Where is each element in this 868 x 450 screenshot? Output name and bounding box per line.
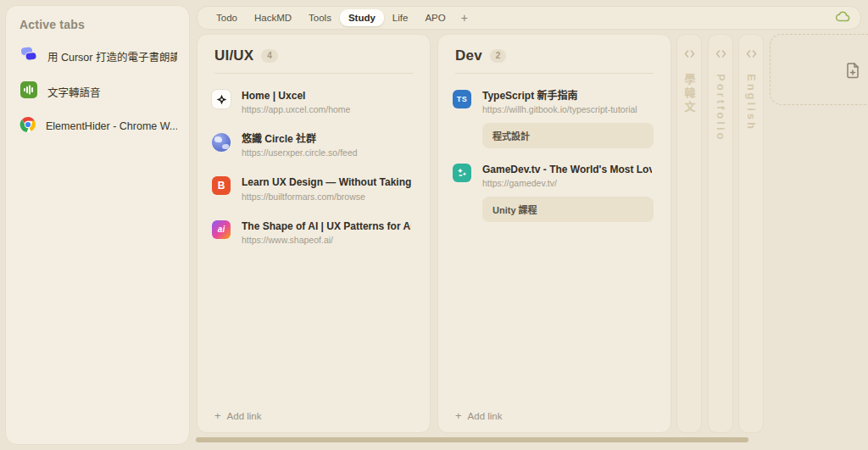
column-count-badge: 2: [490, 49, 507, 63]
column-title: UI/UX: [214, 47, 253, 64]
active-tab-item[interactable]: ElementHider - Chrome W...: [19, 116, 177, 136]
link-tag: 程式設計: [482, 123, 654, 148]
active-tab-item[interactable]: 用 Cursor 打造的電子書朗讀...: [19, 45, 177, 67]
tab-apo[interactable]: APO: [416, 9, 453, 26]
link-title: The Shape of AI | UX Patterns for Arti..…: [242, 219, 411, 233]
tab-tools[interactable]: Tools: [300, 9, 340, 26]
typescript-favicon: TS: [453, 90, 471, 108]
collapsed-column-title: 學韓文: [682, 74, 698, 114]
link-title: TypeScript 新手指南: [482, 89, 637, 103]
collapsed-column-korean[interactable]: 學韓文: [676, 34, 702, 433]
builtformars-favicon: B: [212, 176, 231, 195]
expand-column-icon[interactable]: [746, 46, 757, 61]
link-url: https://gamedev.tv/: [482, 178, 652, 188]
link-card[interactable]: Home | Uxcel https://app.uxcel.com/home: [211, 89, 413, 114]
link-url: https://willh.gitbook.io/typescript-tuto…: [482, 104, 637, 114]
add-collection-icon[interactable]: [845, 62, 860, 82]
add-link-label: Add link: [468, 411, 503, 421]
link-tag: Unity 課程: [482, 197, 654, 222]
text-to-speech-icon: [19, 81, 38, 103]
column-title: Dev: [455, 47, 482, 64]
active-tabs-heading: Active tabs: [19, 18, 177, 31]
plus-icon: +: [214, 409, 221, 422]
new-collection-dropzone[interactable]: [770, 34, 868, 105]
tab-todo[interactable]: Todo: [208, 9, 246, 26]
chrome-icon: [19, 116, 36, 136]
tab-hackmd[interactable]: HackMD: [246, 9, 300, 26]
collection-column-uiux: UI/UX 4 Home | Uxcel https://app.uxcel.c…: [197, 34, 431, 433]
shapeof-ai-favicon: ai: [212, 220, 231, 239]
add-link-button[interactable]: + Add link: [214, 409, 262, 422]
link-url: https://userxper.circle.so/feed: [242, 147, 358, 158]
tab-study[interactable]: Study: [340, 9, 384, 26]
collapsed-column-english[interactable]: English: [738, 34, 764, 433]
expand-column-icon[interactable]: [715, 46, 726, 61]
collection-tabbar: Todo HackMD Tools Study Life APO +: [197, 6, 861, 30]
active-tab-item[interactable]: 文字轉語音: [19, 81, 177, 103]
add-link-button[interactable]: + Add link: [455, 409, 503, 422]
tab-life[interactable]: Life: [384, 9, 417, 26]
horizontal-scrollbar[interactable]: [196, 437, 748, 442]
book-reader-icon: [19, 45, 38, 67]
link-title: 悠識 Circle 社群: [242, 132, 358, 146]
add-tab-button[interactable]: +: [454, 11, 475, 25]
link-url: https://app.uxcel.com/home: [242, 104, 350, 114]
active-tab-label: 用 Cursor 打造的電子書朗讀...: [47, 48, 177, 64]
active-tab-label: ElementHider - Chrome W...: [46, 120, 177, 132]
uxcel-favicon: [212, 90, 231, 108]
link-card[interactable]: TS TypeScript 新手指南 https://willh.gitbook…: [452, 89, 654, 114]
link-title: Learn UX Design — Without Taking a ...: [242, 175, 411, 189]
circle-globe-favicon: [212, 133, 231, 152]
link-url: https://builtformars.com/browse: [242, 192, 411, 202]
link-url: https://www.shapeof.ai/: [242, 235, 411, 245]
expand-column-icon[interactable]: [684, 46, 695, 61]
link-card[interactable]: ai The Shape of AI | UX Patterns for Art…: [211, 219, 413, 245]
active-tab-label: 文字轉語音: [47, 84, 101, 100]
plus-icon: +: [455, 409, 462, 422]
collection-column-dev: Dev 2 TS TypeScript 新手指南 https://willh.g…: [437, 34, 671, 433]
link-card[interactable]: 悠識 Circle 社群 https://userxper.circle.so/…: [211, 132, 413, 158]
collapsed-column-title: English: [745, 74, 758, 131]
cloud-sync-icon[interactable]: [836, 10, 850, 25]
gamedev-favicon: [453, 164, 471, 182]
app-window: Active tabs 用 Cursor 打造的電子書朗讀...: [0, 0, 868, 450]
active-tabs-panel: Active tabs 用 Cursor 打造的電子書朗讀...: [5, 5, 190, 445]
link-card[interactable]: GameDev.tv - The World's Most Love... ht…: [452, 163, 654, 188]
add-link-label: Add link: [227, 411, 262, 421]
collapsed-column-title: Portfolio: [715, 74, 727, 142]
link-title: Home | Uxcel: [242, 89, 350, 103]
link-title: GameDev.tv - The World's Most Love...: [482, 163, 652, 176]
collapsed-column-portfolio[interactable]: Portfolio: [708, 34, 733, 433]
link-card[interactable]: B Learn UX Design — Without Taking a ...…: [211, 175, 413, 201]
column-count-badge: 4: [261, 49, 278, 63]
